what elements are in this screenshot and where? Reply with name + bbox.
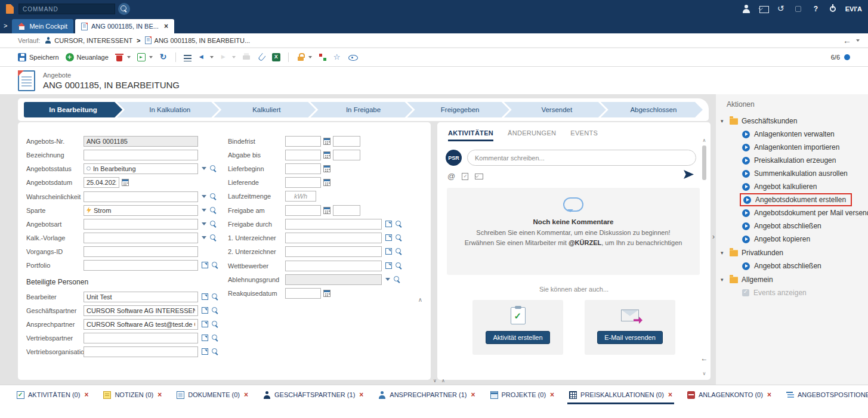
help-icon[interactable] [811,4,820,14]
close-icon[interactable]: × [359,391,363,399]
open-record-icon[interactable] [202,262,208,268]
open-record-icon[interactable] [202,321,208,327]
laufzeitmenge-input[interactable] [285,191,316,202]
activity-tab-aktivit-ten[interactable]: AKTIVITÄTEN [448,129,493,141]
lookup-search-icon[interactable] [396,248,402,255]
close-icon[interactable]: × [767,391,771,399]
2-unterzeichner-input[interactable] [285,246,382,257]
calendar-icon[interactable] [323,207,330,214]
abgabe-bis-input[interactable] [285,150,321,160]
lookup-search-icon[interactable] [212,293,218,300]
calendar-icon[interactable] [323,165,330,172]
bindefrist-input[interactable] [285,136,321,147]
open-record-icon[interactable] [385,234,392,241]
lookup-search-icon[interactable] [212,307,218,314]
mail-icon[interactable] [759,4,768,14]
toolbar-reminder-button[interactable] [296,53,312,61]
send-icon[interactable] [684,170,694,179]
lookup-search-icon[interactable] [210,221,217,227]
action-item-angebot-abschlie-en[interactable]: Angebot abschließen [742,259,826,273]
workflow-step-in-bearbeitung[interactable]: In Bearbeitung [24,102,122,117]
chevron-down-icon[interactable] [210,56,214,58]
close-icon[interactable]: × [157,391,162,399]
toolbar-visibility-button[interactable] [348,53,357,61]
action-item-anlagenkonten-verwalten[interactable]: Anlagenkonten verwalten [742,128,839,141]
angebotsdatum-input[interactable] [84,177,119,188]
workflow-step-in-kalkulation[interactable]: In Kalkulation [117,102,219,117]
dropdown-caret-icon[interactable] [202,209,206,212]
chevron-down-icon[interactable] [856,39,860,42]
chevron-down-icon[interactable] [127,56,131,58]
action-group-gesch-ftskunden[interactable]: ▾Geschäftskunden [721,114,867,128]
lookup-search-icon[interactable] [212,335,218,341]
collapse-left-icon[interactable]: ← [701,354,708,363]
toolbar-excel-button[interactable] [272,53,280,61]
toolbar-nav-back-button[interactable] [198,53,214,61]
kalk-vorlage-input[interactable] [84,233,198,243]
breadcrumb-item[interactable]: ANG 0001185, IN BEARBEITU... [145,36,251,44]
section-collapse-icon[interactable]: ∧ [418,296,422,303]
task-icon[interactable] [462,173,468,180]
lookup-search-icon[interactable] [212,321,218,327]
toolbar-favorite-button[interactable] [333,53,342,61]
wahrscheinlichkeit-input[interactable] [84,191,198,202]
chevron-down-icon[interactable] [149,56,153,58]
action-item-preiskalkulation-erzeugen[interactable]: Preiskalkulation erzeugen [742,154,841,167]
open-record-icon[interactable] [385,221,392,227]
open-record-icon[interactable] [202,293,208,300]
toolbar-delete-button[interactable] [115,54,131,61]
chevron-down-icon[interactable] [232,56,236,58]
bearbeiter-input[interactable] [84,292,198,302]
calendar-icon[interactable] [323,138,330,145]
search-icon[interactable] [118,3,130,15]
bottom-tab-anlagenkonto-0[interactable]: ANLAGENKONTO (0)× [687,385,771,404]
notification-dot-icon[interactable] [844,54,850,60]
bezeichnung-input[interactable] [84,150,198,160]
user-icon[interactable] [742,4,751,14]
close-icon[interactable]: × [668,391,672,399]
dropdown-caret-icon[interactable] [202,195,206,198]
dropdown-caret-icon[interactable] [202,222,206,225]
lookup-search-icon[interactable] [210,165,217,172]
activity-scrollbar[interactable]: ∧ ← ∨ [700,138,708,376]
e-mail-versenden-button[interactable]: E-Mail versenden [597,331,663,344]
dropdown-caret-icon[interactable] [202,167,206,170]
toolbar-workflow-button[interactable] [319,53,327,61]
action-group-allgemein[interactable]: ▾Allgemein [721,273,867,286]
toolbar-reload-data-button[interactable] [137,53,153,61]
bottom-tab-dokumente-0[interactable]: DOKUMENTE (0)× [177,385,248,404]
lookup-search-icon[interactable] [212,348,218,355]
open-record-icon[interactable] [385,248,392,255]
lookup-search-icon[interactable] [212,262,218,268]
angebotsart-input[interactable] [84,219,198,230]
tree-expand-icon[interactable]: ▾ [721,277,726,283]
dropdown-caret-icon[interactable] [202,236,206,239]
sparte-input[interactable]: Strom [84,205,198,216]
freigabe-am-input[interactable] [285,205,321,216]
bindefrist-input[interactable] [333,136,360,147]
open-record-icon[interactable] [202,335,208,341]
action-item-angebotsdokument-per-mail-versenden[interactable]: Angebotsdokument per Mail versenden [742,206,868,219]
open-record-icon[interactable] [202,307,208,314]
activity-tab-nderungen[interactable]: ÄNDERUNGEN [508,129,556,141]
toolbar-refresh-button[interactable] [159,53,168,61]
gesch-ftspartner-input[interactable] [84,305,198,316]
1-unterzeichner-input[interactable] [285,233,382,243]
lookup-search-icon[interactable] [210,234,217,241]
toolbar-list-button[interactable] [184,54,191,61]
lieferbeginn-input[interactable] [285,163,321,174]
reakquisedatum-input[interactable] [285,288,321,299]
vertriebsorganisation-input[interactable] [84,346,198,357]
lookup-search-icon[interactable] [396,234,402,241]
workflow-step-freigegeben[interactable]: Freigegeben [407,102,509,117]
scroll-up-icon[interactable]: ∧ [703,138,706,143]
ansprechpartner-input[interactable] [84,319,198,330]
workflow-step-kalkuliert[interactable]: Kalkuliert [214,102,316,117]
action-item-angebot-kopieren[interactable]: Angebot kopieren [742,233,815,246]
history-back-icon[interactable]: ← [843,36,851,45]
breadcrumb-item[interactable]: CURSOR, INTERESSENT [45,37,132,44]
calendar-icon[interactable] [122,179,129,186]
workflow-step-abgeschlossen[interactable]: Abgeschlossen [601,102,703,117]
action-item-summenkalkulation-ausrollen[interactable]: Summenkalkulation ausrollen [742,167,852,180]
bottom-tab-angebotspositionen-0[interactable]: ANGEBOTSPOSITIONEN (0)× [786,385,868,404]
